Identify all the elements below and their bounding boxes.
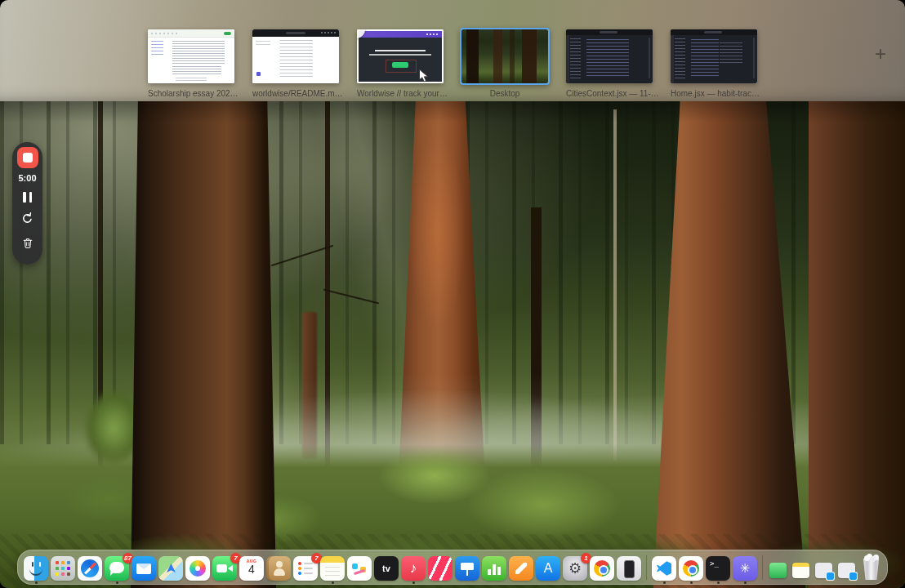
space-thumbnail-desktop[interactable] <box>460 28 550 85</box>
dock-separator <box>762 555 763 580</box>
freeform-icon[interactable] <box>347 556 372 581</box>
thumbnail-preview <box>357 29 444 83</box>
launchpad-icon[interactable] <box>51 556 75 581</box>
starburst-glyph: ✳ <box>740 556 751 581</box>
space-label: worldwise/README.m… <box>252 89 339 98</box>
add-desktop-button[interactable]: + <box>869 42 892 65</box>
space-thumbnail-browser[interactable] <box>252 29 339 83</box>
dock: 87 7 AUG 4 7 tv ♪ A ⚙ 1 >_ ✳ <box>17 550 888 585</box>
mouse-cursor <box>417 69 430 83</box>
news-icon[interactable] <box>428 556 452 581</box>
wallpaper-layer <box>0 101 905 122</box>
mission-control-band: Scholarship essay 202… worldwise/README.… <box>0 0 905 101</box>
sequoia-trunk <box>131 101 276 588</box>
space-thumbnail-document[interactable] <box>148 29 234 83</box>
chrome-icon[interactable] <box>590 556 614 581</box>
running-indicator <box>717 581 720 584</box>
dock-separator <box>646 555 647 580</box>
space-thumbnail-code-editor[interactable] <box>671 29 757 83</box>
app-store-icon[interactable]: A <box>536 556 560 581</box>
music-note-glyph: ♪ <box>410 556 417 581</box>
space-label: Home.jsx — habit-trac… <box>671 89 757 98</box>
thumbnail-preview <box>252 29 339 83</box>
spaces-row: Scholarship essay 202… worldwise/README.… <box>148 29 757 98</box>
numbers-icon[interactable] <box>482 556 506 581</box>
stop-recording-button[interactable] <box>17 147 38 168</box>
space-home-jsx: Home.jsx — habit-trac… <box>671 29 757 98</box>
system-settings-icon[interactable]: ⚙ 1 <box>563 556 587 581</box>
pause-recording-button[interactable] <box>23 192 32 203</box>
tv-glyph: tv <box>382 564 390 573</box>
vscode-icon[interactable] <box>652 556 676 581</box>
minimized-vscode-window[interactable] <box>815 563 832 578</box>
minimized-vscode-window[interactable] <box>838 563 855 578</box>
sequoia-trunk <box>809 101 905 588</box>
space-readme: worldwise/README.m… <box>252 29 339 98</box>
pages-icon[interactable] <box>509 556 533 581</box>
minimized-green-window[interactable] <box>769 563 787 578</box>
screen-studio-icon[interactable]: ✳ <box>733 556 757 581</box>
calendar-icon[interactable]: AUG 4 <box>239 556 264 581</box>
desktop-wallpaper <box>0 101 905 588</box>
running-indicator <box>690 581 693 584</box>
space-label: Desktop <box>461 89 548 98</box>
appstore-glyph: A <box>544 561 553 576</box>
space-citiescontext: CitiesContext.jsx — 11-… <box>566 29 653 98</box>
contacts-icon[interactable] <box>266 556 291 581</box>
recording-timer: 5:00 <box>18 173 36 183</box>
messages-icon[interactable]: 87 <box>105 556 129 581</box>
iphone-mirroring-icon[interactable] <box>617 556 641 581</box>
safari-icon[interactable] <box>78 556 102 581</box>
screen-recording-widget: 5:00 <box>12 142 42 265</box>
thumbnail-preview <box>671 29 757 83</box>
thumbnail-preview <box>148 29 234 83</box>
thumbnail-preview <box>566 29 653 83</box>
running-indicator <box>744 581 747 584</box>
space-label: CitiesContext.jsx — 11-… <box>566 89 653 98</box>
running-indicator <box>663 581 666 584</box>
music-icon[interactable]: ♪ <box>401 556 426 581</box>
notes-icon[interactable] <box>320 556 345 581</box>
photos-icon[interactable] <box>185 556 210 581</box>
facetime-icon[interactable]: 7 <box>212 556 237 581</box>
running-indicator <box>35 581 38 584</box>
space-label: Worldwise // track your… <box>357 89 444 98</box>
keynote-icon[interactable] <box>455 556 479 581</box>
space-thumbnail-code-editor[interactable] <box>566 29 653 83</box>
calendar-day: 4 <box>248 564 255 576</box>
maps-icon[interactable] <box>158 556 183 581</box>
space-desktop-selected: Desktop <box>461 29 548 98</box>
terminal-icon[interactable]: >_ <box>706 556 730 581</box>
space-label: Scholarship essay 202… <box>148 89 234 98</box>
terminal-prompt-glyph: >_ <box>710 559 719 568</box>
minimized-notes-window[interactable] <box>792 563 809 578</box>
delete-recording-button[interactable] <box>21 236 34 253</box>
wallpaper-layer <box>408 134 466 330</box>
chrome-icon[interactable] <box>679 556 703 581</box>
thumbnail-preview <box>461 29 548 83</box>
gear-glyph: ⚙ <box>568 556 582 581</box>
restart-recording-button[interactable] <box>20 212 34 229</box>
space-scholarship-essay: Scholarship essay 202… <box>148 29 234 98</box>
space-thumbnail-worldwise[interactable] <box>357 29 444 83</box>
trash-icon[interactable] <box>861 555 881 580</box>
apple-tv-icon[interactable]: tv <box>374 556 399 581</box>
reminders-icon[interactable]: 7 <box>293 556 318 581</box>
mail-icon[interactable] <box>132 556 156 581</box>
finder-icon[interactable] <box>24 556 48 581</box>
running-indicator <box>116 581 118 584</box>
running-indicator <box>412 581 415 584</box>
macos-desktop-mission-control: Scholarship essay 202… worldwise/README.… <box>0 0 905 588</box>
space-worldwise: Worldwise // track your… <box>357 29 444 98</box>
running-indicator <box>332 581 334 584</box>
